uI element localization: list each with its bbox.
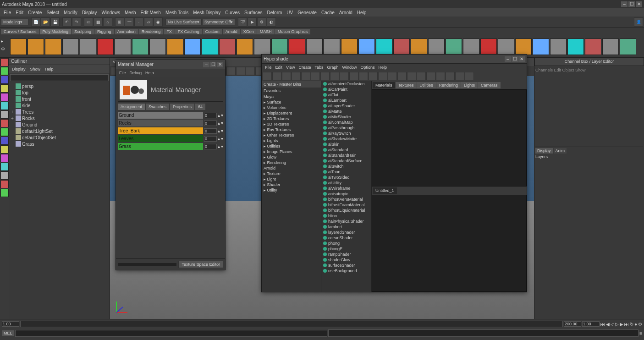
shelf-tab-sculpting[interactable]: Sculpting	[72, 29, 94, 34]
hs-category[interactable]: Arnold	[262, 165, 321, 171]
hs-bin-tab-lights[interactable]: Lights	[461, 82, 478, 88]
hs-category[interactable]: ▸ Rendering	[262, 160, 321, 165]
hs-tool-14[interactable]	[397, 72, 407, 80]
toolbox-button-9[interactable]	[0, 137, 9, 145]
hs-tool-9[interactable]	[349, 72, 358, 80]
hs-node-aistandardsurface[interactable]: aiStandardSurface	[321, 158, 371, 164]
mm-close-icon[interactable]: ✕	[217, 62, 223, 67]
mm-minimize-icon[interactable]: –	[203, 62, 209, 67]
shelf-button-20[interactable]	[358, 38, 375, 55]
hs-menu-help[interactable]: Help	[377, 65, 388, 70]
shelf-button-12[interactable]	[219, 38, 236, 55]
mm-maximize-icon[interactable]: ☐	[210, 62, 216, 67]
undo-button[interactable]: ↶	[62, 17, 72, 27]
toolbox-button-11[interactable]	[0, 154, 9, 162]
spinner-down-icon[interactable]: ▾	[221, 128, 223, 133]
hs-node-ainormalmap[interactable]: aiNormalMap	[321, 120, 371, 125]
outliner-item-rocks[interactable]: +Rocks	[10, 115, 109, 121]
mm-menu-debug[interactable]: Debug	[128, 71, 143, 75]
hs-category[interactable]: ▸ 3D Textures	[262, 121, 321, 127]
hs-node-shaderglow[interactable]: shaderGlow	[321, 257, 371, 263]
hs-tool-0[interactable]	[263, 72, 272, 80]
toolbox-button-1[interactable]	[0, 67, 9, 75]
shelf-button-26[interactable]	[463, 38, 479, 55]
shelf-button-28[interactable]	[498, 38, 514, 55]
shelf-button-35[interactable]	[620, 38, 636, 55]
shelf-button-7[interactable]	[132, 38, 149, 55]
mm-menu-help[interactable]: Help	[144, 71, 155, 75]
hs-node-usebackground[interactable]: useBackground	[321, 268, 371, 274]
hs-node-phong[interactable]: phong	[321, 241, 371, 246]
hs-node-aimixshader[interactable]: aiMixShader	[321, 114, 371, 120]
mm-menu-file[interactable]: File	[118, 71, 127, 75]
outliner-menu-help[interactable]: Help	[43, 67, 55, 71]
shelf-button-25[interactable]	[446, 38, 462, 55]
menu-create[interactable]: Create	[26, 10, 44, 15]
hs-menu-file[interactable]: File	[264, 65, 273, 70]
shelf-button-22[interactable]	[393, 38, 410, 55]
hs-tool-17[interactable]	[426, 72, 435, 80]
hs-menu-view[interactable]: View	[285, 65, 296, 70]
minimize-icon[interactable]: –	[621, 1, 627, 7]
symmetry-dropdown[interactable]: Symmetry: Off ▾	[202, 19, 235, 25]
shelf-button-29[interactable]	[515, 38, 532, 55]
shelf-tab-arnold[interactable]: Arnold	[223, 29, 240, 34]
toolbox-button-13[interactable]	[0, 171, 9, 180]
shelf-button-30[interactable]	[533, 38, 549, 55]
hypershade-button[interactable]: ◐	[267, 17, 276, 27]
snap-point-button[interactable]: ·	[134, 17, 143, 27]
hs-node-aistandard[interactable]: aiStandard	[321, 147, 371, 153]
toolbox-button-5[interactable]	[0, 102, 9, 110]
shelf-button-6[interactable]	[115, 38, 131, 55]
material-manager-titlebar[interactable]: Material Manager –☐✕	[116, 60, 225, 69]
snap-live-button[interactable]: ◉	[154, 17, 163, 27]
shelf-button-3[interactable]	[62, 38, 79, 55]
hs-category[interactable]: ▸ Other Textures	[262, 132, 321, 138]
spinner-down-icon[interactable]: ▾	[221, 121, 223, 126]
maximize-icon[interactable]: ☐	[628, 1, 635, 7]
shelf-tab-motion-graphics[interactable]: Motion Graphics	[275, 29, 311, 34]
hs-node-oceanshader[interactable]: oceanShader	[321, 235, 371, 241]
outliner-item-ground[interactable]: Ground	[10, 121, 109, 128]
hs-category[interactable]: ▸ Glow	[262, 154, 321, 160]
hs-node-aipassthrough[interactable]: aiPassthrough	[321, 125, 371, 131]
close-icon[interactable]: ✕	[636, 1, 642, 7]
toolbox-button-3[interactable]	[0, 84, 9, 93]
viewport-tool-13[interactable]	[236, 67, 245, 75]
play-start-button[interactable]: ⏮	[600, 322, 605, 327]
hs-tool-16[interactable]	[417, 72, 426, 80]
prefs-button[interactable]: ⚙	[638, 322, 642, 327]
outliner-menu-display[interactable]: Display	[10, 67, 28, 71]
hs-bin-tab-materials[interactable]: Materials	[373, 82, 395, 88]
hs-bin-tab-utilities[interactable]: Utilities	[417, 82, 436, 88]
shelf-button-15[interactable]	[271, 38, 288, 55]
hs-tool-5[interactable]	[311, 72, 320, 80]
menu-file[interactable]: File	[2, 10, 13, 15]
hs-node-bifrostaeromaterial[interactable]: bifrostAeroMaterial	[321, 197, 371, 202]
material-row-rocks[interactable]: Rocks▴▾	[118, 120, 223, 126]
hs-node-layeredshader[interactable]: layeredShader	[321, 230, 371, 235]
menu-display[interactable]: Display	[80, 10, 99, 15]
spinner-up-icon[interactable]: ▴	[218, 128, 220, 133]
toolbox-button-6[interactable]	[0, 110, 9, 119]
menu-cache[interactable]: Cache	[319, 10, 336, 15]
hs-category[interactable]: Maya	[262, 94, 321, 99]
material-value-field[interactable]	[204, 136, 217, 142]
viewport-tool-12[interactable]	[226, 67, 236, 75]
shelf-toggle-button[interactable]: ▸	[1, 38, 8, 46]
shelf-button-0[interactable]	[10, 38, 27, 55]
hs-node-aimatte[interactable]: aiMatte	[321, 109, 371, 114]
shelf-tab-animation[interactable]: Animation	[115, 29, 138, 34]
hs-node-aitoon[interactable]: aiToon	[321, 169, 371, 175]
hs-node-anisotropic[interactable]: anisotropic	[321, 191, 371, 197]
hs-menu-options[interactable]: Options	[359, 65, 376, 70]
hs-menu-graph[interactable]: Graph	[325, 65, 340, 70]
menu-curves[interactable]: Curves	[223, 10, 242, 15]
hs-category[interactable]: ▸ Light	[262, 176, 321, 182]
play-forward-button[interactable]: ▷	[615, 322, 619, 327]
play-end-button[interactable]: ⏭	[624, 322, 629, 327]
outliner-menu-show[interactable]: Show	[28, 67, 43, 71]
shelf-button-17[interactable]	[306, 38, 323, 55]
hs-menu-window[interactable]: Window	[341, 65, 358, 70]
menu-mesh-display[interactable]: Mesh Display	[191, 10, 222, 15]
